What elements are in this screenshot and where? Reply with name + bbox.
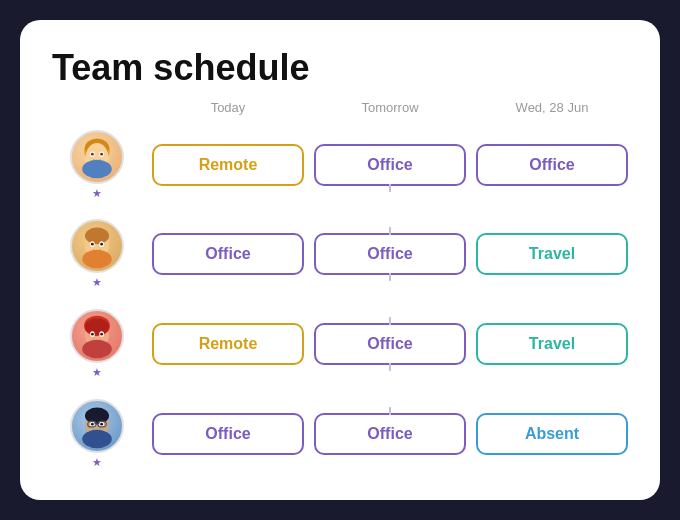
page-title: Team schedule bbox=[52, 48, 628, 88]
badge-1-wed[interactable]: Office bbox=[476, 144, 628, 186]
avatar-3 bbox=[70, 309, 124, 363]
col-header-wed: Wed, 28 Jun bbox=[476, 100, 628, 117]
schedule-grid: Today Tomorrow Wed, 28 Jun bbox=[52, 100, 628, 476]
svg-point-15 bbox=[82, 250, 112, 269]
avatar-4 bbox=[70, 399, 124, 453]
badge-1-tomorrow[interactable]: Office bbox=[314, 144, 466, 186]
svg-point-22 bbox=[100, 333, 103, 336]
svg-point-8 bbox=[82, 159, 112, 178]
avatar-cell-4: ★ bbox=[52, 399, 142, 469]
badge-2-tomorrow[interactable]: Office bbox=[314, 233, 466, 275]
svg-point-21 bbox=[91, 333, 94, 336]
svg-point-28 bbox=[91, 423, 94, 426]
svg-point-23 bbox=[82, 340, 112, 359]
svg-point-13 bbox=[91, 243, 94, 246]
star-1: ★ bbox=[92, 187, 102, 200]
svg-point-33 bbox=[82, 430, 112, 449]
avatar-cell-2: ★ bbox=[52, 219, 142, 289]
avatar-cell-3: ★ bbox=[52, 309, 142, 379]
avatar-1 bbox=[70, 130, 124, 184]
badge-4-tomorrow[interactable]: Office bbox=[314, 413, 466, 455]
badge-3-today[interactable]: Remote bbox=[152, 323, 304, 365]
avatar-cell-1: ★ bbox=[52, 130, 142, 200]
svg-point-29 bbox=[100, 423, 103, 426]
schedule-card: Team schedule Today Tomorrow Wed, 28 Jun bbox=[20, 20, 660, 500]
svg-point-18 bbox=[85, 319, 109, 336]
badge-4-wed[interactable]: Absent bbox=[476, 413, 628, 455]
svg-point-10 bbox=[85, 228, 109, 245]
badge-1-today[interactable]: Remote bbox=[152, 144, 304, 186]
svg-point-6 bbox=[91, 152, 94, 155]
col-header-empty bbox=[52, 107, 142, 109]
badge-4-today[interactable]: Office bbox=[152, 413, 304, 455]
star-3: ★ bbox=[92, 366, 102, 379]
col-header-tomorrow: Tomorrow bbox=[314, 100, 466, 117]
svg-point-14 bbox=[100, 243, 103, 246]
badge-3-tomorrow[interactable]: Office bbox=[314, 323, 466, 365]
badge-2-today[interactable]: Office bbox=[152, 233, 304, 275]
avatar-2 bbox=[70, 219, 124, 273]
badge-2-wed[interactable]: Travel bbox=[476, 233, 628, 275]
col-header-today: Today bbox=[152, 100, 304, 117]
star-2: ★ bbox=[92, 276, 102, 289]
svg-point-7 bbox=[100, 152, 103, 155]
star-4: ★ bbox=[92, 456, 102, 469]
badge-3-wed[interactable]: Travel bbox=[476, 323, 628, 365]
